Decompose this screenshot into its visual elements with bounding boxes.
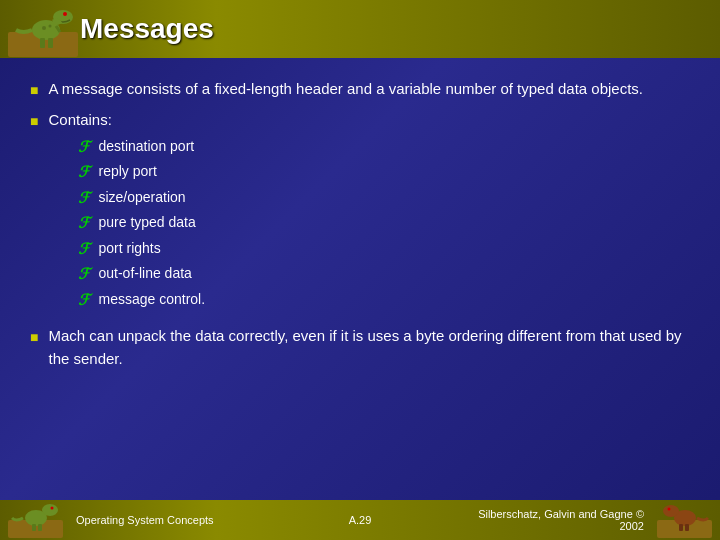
sub-text-7: message control. <box>98 289 205 310</box>
footer-dino-left-icon <box>8 502 63 538</box>
svg-point-11 <box>51 507 54 510</box>
svg-rect-18 <box>679 524 683 531</box>
sub-text-6: out-of-line data <box>98 263 191 284</box>
bullet-2-content: Contains: ℱ destination port ℱ reply por… <box>48 109 205 315</box>
sub-text-4: pure typed data <box>98 212 195 233</box>
bullet-1: ■ A message consists of a fixed-length h… <box>30 78 690 101</box>
bullet-1-text: A message consists of a fixed-length hea… <box>48 78 643 101</box>
svg-rect-12 <box>32 524 36 531</box>
svg-rect-13 <box>38 524 42 531</box>
sub-arrow-2: ℱ <box>78 161 90 184</box>
slide-content: ■ A message consists of a fixed-length h… <box>0 58 720 500</box>
sub-item-3: ℱ size/operation <box>78 187 205 210</box>
bullet-1-icon: ■ <box>30 80 38 101</box>
svg-point-10 <box>42 504 58 516</box>
sub-text-2: reply port <box>98 161 156 182</box>
sub-arrow-7: ℱ <box>78 289 90 312</box>
svg-point-6 <box>42 26 46 30</box>
bullet-3: ■ Mach can unpack the data correctly, ev… <box>30 325 690 370</box>
svg-point-17 <box>668 508 671 511</box>
sub-item-7: ℱ message control. <box>78 289 205 312</box>
bullet-3-text: Mach can unpack the data correctly, even… <box>48 325 690 370</box>
sub-text-1: destination port <box>98 136 194 157</box>
bullet-2-label: Contains: <box>48 111 111 128</box>
svg-rect-19 <box>685 524 689 531</box>
svg-point-7 <box>49 25 52 28</box>
slide-title: Messages <box>80 13 214 45</box>
sub-text-3: size/operation <box>98 187 185 208</box>
svg-point-3 <box>63 12 67 16</box>
bullet-2-icon: ■ <box>30 111 38 132</box>
sub-arrow-5: ℱ <box>78 238 90 261</box>
sub-item-1: ℱ destination port <box>78 136 205 159</box>
svg-rect-5 <box>48 38 53 48</box>
sub-list: ℱ destination port ℱ reply port ℱ size/o… <box>78 136 205 312</box>
header-dino-icon <box>8 2 78 57</box>
sub-item-6: ℱ out-of-line data <box>78 263 205 286</box>
slide-header: Messages <box>0 0 720 58</box>
slide-footer: Operating System Concepts A.29 Silbersch… <box>0 500 720 540</box>
sub-arrow-1: ℱ <box>78 136 90 159</box>
sub-item-2: ℱ reply port <box>78 161 205 184</box>
sub-item-5: ℱ port rights <box>78 238 205 261</box>
sub-item-4: ℱ pure typed data <box>78 212 205 235</box>
sub-arrow-4: ℱ <box>78 212 90 235</box>
sub-arrow-6: ℱ <box>78 263 90 286</box>
sub-text-5: port rights <box>98 238 160 259</box>
bullet-3-icon: ■ <box>30 327 38 348</box>
footer-dino-right-icon <box>657 502 712 538</box>
slide: Messages ■ A message consists of a fixed… <box>0 0 720 540</box>
footer-page-number: A.29 <box>265 514 454 526</box>
svg-point-16 <box>663 505 679 517</box>
svg-rect-4 <box>40 38 45 48</box>
sub-arrow-3: ℱ <box>78 187 90 210</box>
bullet-2: ■ Contains: ℱ destination port ℱ reply p… <box>30 109 690 315</box>
